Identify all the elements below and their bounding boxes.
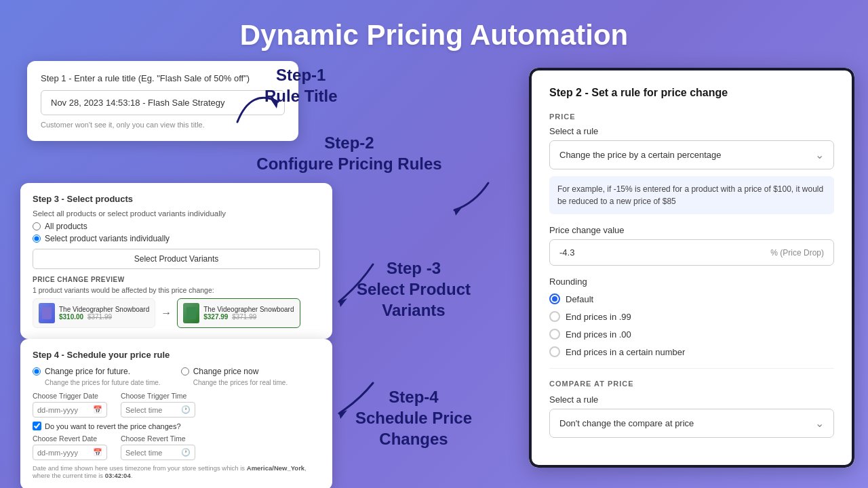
- product-prices-before: $310.00 $371.99: [59, 313, 149, 321]
- revert-checkbox-label: Do you want to revert the price changes?: [45, 422, 181, 430]
- revert-date-label: Choose Revert Date: [33, 434, 107, 443]
- product-name-before: The Videographer Snowboard: [59, 306, 149, 313]
- radio-future[interactable]: [33, 367, 41, 375]
- current-time: 03:42:04: [105, 472, 131, 479]
- revert-time-input[interactable]: Select time 🕐: [121, 445, 195, 460]
- right-panel-inner: Step 2 - Set a rule for price change PRI…: [529, 68, 854, 468]
- step4-options: Change price for future. Change the pric…: [33, 367, 320, 386]
- right-panel: Step 2 - Set a rule for price change PRI…: [529, 68, 854, 468]
- step4-future-sub: Change the prices for future date time.: [45, 379, 161, 386]
- price-rule-info: For example, if -15% is entered for a pr…: [549, 176, 834, 214]
- price-old-before: $371.99: [87, 313, 112, 321]
- compare-rule-selected: Don't change the compare at price: [559, 418, 694, 428]
- price-change-label: Price change value: [549, 225, 834, 235]
- preview-row: The Videographer Snowboard $310.00 $371.…: [33, 298, 320, 328]
- price-new-before: $310.00: [59, 313, 83, 321]
- rounding-default[interactable]: Default: [549, 293, 834, 304]
- arrow-step1-to-label: [231, 81, 285, 136]
- step3-sub-label: Select all products or select product va…: [33, 209, 320, 218]
- product-info-before: The Videographer Snowboard $310.00 $371.…: [59, 306, 149, 321]
- svg-rect-1: [186, 307, 196, 319]
- arrow-step3: [332, 258, 380, 312]
- section-divider: [549, 368, 834, 369]
- preview-label: PRICE CHANGE PREVIEW: [33, 276, 320, 283]
- timezone-name: America/New_York: [247, 464, 304, 472]
- select-rule-label: Select a rule: [549, 126, 834, 136]
- compare-rule-label: Select a rule: [549, 394, 834, 405]
- revert-date-value: dd-mm-yyyy: [37, 449, 78, 457]
- product-card-after: The Videographer Snowboard $327.99 $371.…: [177, 298, 300, 328]
- step2-label: Step-2 Configure Pricing Rules: [251, 132, 448, 174]
- price-old-after: $371.99: [232, 313, 256, 321]
- trigger-time-value: Select time: [125, 406, 162, 414]
- rounding-00[interactable]: End prices in .00: [549, 329, 834, 340]
- step4-future-label: Change price for future.: [45, 367, 130, 376]
- rounding-certain[interactable]: End prices in a certain number: [549, 346, 834, 357]
- step3-radio-all[interactable]: All products: [33, 222, 320, 231]
- revert-checkbox-row[interactable]: Do you want to revert the price changes?: [33, 422, 320, 430]
- chevron-compare-icon: ⌄: [815, 417, 824, 430]
- select-variants-button[interactable]: Select Product Variants: [33, 249, 320, 269]
- svg-rect-0: [42, 307, 52, 319]
- product-card-before: The Videographer Snowboard $310.00 $371.…: [33, 298, 155, 328]
- step4-now-sub: Change the prices for real time.: [193, 379, 288, 386]
- radio-now[interactable]: [181, 367, 189, 375]
- radio-future-row[interactable]: Change price for future.: [33, 367, 161, 376]
- rounding-99-label: End prices in .99: [566, 312, 631, 322]
- product-icon-after: [183, 303, 199, 323]
- price-rule-dropdown[interactable]: Change the price by a certain percentage…: [549, 140, 834, 169]
- revert-date-input[interactable]: dd-mm-yyyy 📅: [33, 445, 107, 460]
- price-change-suffix: % (Price Drop): [770, 248, 824, 258]
- step2-title: Step-2 Configure Pricing Rules: [251, 132, 448, 174]
- trigger-date-label: Choose Trigger Date: [33, 392, 107, 400]
- rounding-default-label: Default: [566, 294, 593, 304]
- step3-card: Step 3 - Select products Select all prod…: [20, 183, 332, 339]
- step4-option-now[interactable]: Change price now Change the prices for r…: [181, 367, 288, 386]
- page-title: Dynamic Pricing Automation: [0, 0, 868, 65]
- step3-radio-variants[interactable]: Select product variants individually: [33, 234, 320, 243]
- price-section-label: PRICE: [549, 113, 834, 121]
- calendar-icon: 📅: [93, 405, 102, 414]
- step4-option-future[interactable]: Change price for future. Change the pric…: [33, 367, 161, 386]
- trigger-date-value: dd-mm-yyyy: [37, 406, 78, 414]
- radio-all-products[interactable]: [33, 222, 41, 230]
- step4-now-label: Change price now: [193, 367, 259, 376]
- rounding-99[interactable]: End prices in .99: [549, 311, 834, 322]
- step4-revert-fields: Choose Revert Date dd-mm-yyyy 📅 Choose R…: [33, 434, 320, 460]
- step4-footer: Date and time shown here uses timezone f…: [33, 464, 320, 479]
- revert-checkbox[interactable]: [33, 422, 41, 430]
- price-change-value: -4.3: [559, 247, 574, 258]
- radio-default-circle: [549, 293, 560, 304]
- arrow-label-to-panel: [441, 169, 495, 224]
- chevron-down-icon: ⌄: [815, 148, 824, 161]
- price-change-input[interactable]: -4.3 % (Price Drop): [549, 239, 834, 266]
- revert-time-label: Choose Revert Time: [121, 434, 195, 443]
- radio-variants-label: Select product variants individually: [45, 234, 170, 243]
- price-new-after: $327.99: [203, 313, 228, 321]
- trigger-time-input[interactable]: Select time 🕐: [121, 402, 195, 418]
- compare-rule-dropdown[interactable]: Don't change the compare at price ⌄: [549, 409, 834, 438]
- preview-section: PRICE CHANGE PREVIEW 1 product variants …: [33, 276, 320, 328]
- trigger-date-group: Choose Trigger Date dd-mm-yyyy 📅: [33, 392, 107, 418]
- rounding-certain-label: End prices in a certain number: [566, 347, 685, 357]
- calendar2-icon: 📅: [93, 448, 102, 457]
- step4-card: Step 4 - Schedule your price rule Change…: [20, 339, 332, 488]
- compare-section-label: COMPARE AT PRICE: [549, 380, 834, 388]
- product-info-after: The Videographer Snowboard $327.99 $371.…: [203, 306, 294, 321]
- price-rule-selected: Change the price by a certain percentage: [559, 150, 722, 160]
- preview-affected-text: 1 product variants would be affected by …: [33, 286, 320, 294]
- step4-title: Step 4 - Schedule your price rule: [33, 350, 320, 360]
- step4-trigger-fields: Choose Trigger Date dd-mm-yyyy 📅 Choose …: [33, 392, 320, 418]
- rounding-label: Rounding: [549, 277, 834, 287]
- trigger-date-input[interactable]: dd-mm-yyyy 📅: [33, 402, 107, 418]
- radio-variants[interactable]: [33, 235, 41, 243]
- radio-99-circle: [549, 311, 560, 322]
- step3-title: Step 3 - Select products: [33, 194, 320, 204]
- trigger-time-group: Choose Trigger Time Select time 🕐: [121, 392, 195, 418]
- revert-time-value: Select time: [125, 449, 162, 457]
- radio-now-row[interactable]: Change price now: [181, 367, 288, 376]
- clock2-icon: 🕐: [181, 448, 191, 457]
- radio-certain-circle: [549, 346, 560, 357]
- product-icon-before: [39, 303, 55, 323]
- arrow-step4: [332, 376, 380, 424]
